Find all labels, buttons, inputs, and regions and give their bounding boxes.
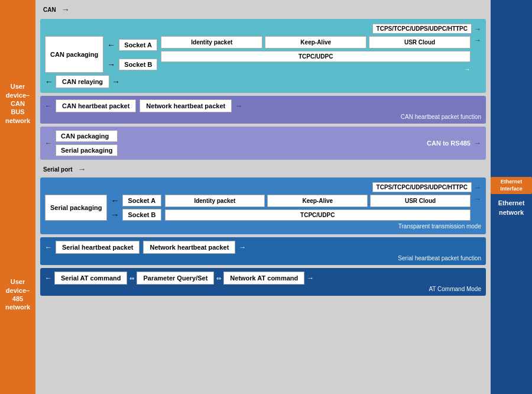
serial-packaging-block: Serial packaging bbox=[45, 195, 107, 221]
right-sidebar: Ethernet Interface Ethernetnetwork bbox=[491, 0, 532, 394]
rs485-serial-packaging: Serial packaging bbox=[56, 144, 118, 156]
can-tcpc-udpc: TCPC/UDPC bbox=[161, 51, 471, 62]
left-sidebar: User device– CAN BUS network User device… bbox=[0, 0, 35, 394]
can-network-heartbeat-packet: Network heartbeat packet bbox=[140, 99, 232, 112]
can-protocol-top: TCPS/TCPC/UDPS/UDPC/HTTPC bbox=[372, 24, 472, 34]
user-device-can-label: User device– CAN BUS network bbox=[3, 82, 33, 124]
can-transparent-section: TCPS/TCPC/UDPS/UDPC/HTTPC → CAN packagin… bbox=[40, 19, 486, 93]
serial-main-row: Serial packaging ← → Socket A Socket B I… bbox=[45, 195, 481, 221]
serial-network-heartbeat-packet: Network heartbeat packet bbox=[143, 241, 235, 254]
can-label: CAN bbox=[40, 5, 59, 14]
can-relaying-row: ← CAN relaying → bbox=[45, 75, 481, 88]
serial-heartbeat-section: ← Serial heartbeat packet Network heartb… bbox=[40, 237, 486, 265]
serial-transparent-section: TCPS/TCPC/UDPS/UDPC/HTTPC → Serial packa… bbox=[40, 177, 486, 234]
rs485-inner: ← CAN packaging Serial packaging CAN to … bbox=[45, 130, 481, 156]
can-identity-packet: Identity packet bbox=[161, 36, 262, 49]
rs485-label: CAN to RS485 bbox=[427, 140, 471, 147]
ethernet-network-label: Ethernetnetwork bbox=[498, 199, 525, 217]
serial-socket-a: Socket A bbox=[122, 195, 161, 206]
user-device-serial-label: User device– 485 network bbox=[5, 277, 30, 311]
can-right-protocols: Identity packet Keep-Alive USR Cloud TCP… bbox=[161, 36, 471, 73]
network-at-command: Network AT command bbox=[223, 272, 304, 285]
can-socket-b: Socket B bbox=[119, 59, 157, 70]
serial-transparent-label: Transparent transmission mode bbox=[45, 223, 481, 230]
can-heartbeat-section: ← CAN heartbeat packet Network heartbeat… bbox=[40, 96, 486, 124]
serial-heartbeat-function-label: Serial heartbeat packet function bbox=[45, 255, 481, 261]
can-keep-alive: Keep-Alive bbox=[265, 36, 366, 49]
can-heartbeat-packet: CAN heartbeat packet bbox=[56, 99, 136, 112]
can-socket-a: Socket A bbox=[119, 39, 157, 51]
main-diagram: CAN → TCPS/TCPC/UDPS/UDPC/HTTPC → CAN pa… bbox=[35, 0, 491, 394]
serial-protocol-top: TCPS/TCPC/UDPS/UDPC/HTTPC bbox=[372, 182, 472, 192]
at-command-label: AT Command Mode bbox=[45, 286, 481, 292]
can-identity-row: Identity packet Keep-Alive USR Cloud bbox=[161, 36, 471, 49]
can-sockets: Socket A Socket B bbox=[119, 36, 157, 73]
at-command-section: ← Serial AT command ⇔ Parameter Query/Se… bbox=[40, 268, 486, 296]
serial-tcpc-udpc: TCPC/UDPC bbox=[165, 209, 471, 221]
can-top-area: TCPS/TCPC/UDPS/UDPC/HTTPC → CAN packagin… bbox=[40, 19, 486, 160]
serial-keep-alive: Keep-Alive bbox=[267, 195, 368, 207]
serial-identity-packet: Identity packet bbox=[165, 195, 265, 207]
serial-sockets: Socket A Socket B bbox=[122, 195, 161, 221]
serial-usr-cloud: USR Cloud bbox=[370, 195, 471, 207]
rs485-blocks: CAN packaging Serial packaging bbox=[56, 130, 118, 156]
can-main-row: CAN packaging ← → Socket A Socket B Iden… bbox=[45, 36, 481, 73]
ethernet-interface-label: Ethernet Interface bbox=[491, 177, 532, 194]
serial-heartbeat-inner: ← Serial heartbeat packet Network heartb… bbox=[45, 241, 481, 254]
serial-identity-row: Identity packet Keep-Alive USR Cloud bbox=[165, 195, 471, 207]
serial-at-command: Serial AT command bbox=[54, 272, 127, 285]
at-command-inner: ← Serial AT command ⇔ Parameter Query/Se… bbox=[45, 272, 481, 285]
can-relaying-block: CAN relaying bbox=[56, 75, 109, 88]
rs485-can-packaging: CAN packaging bbox=[56, 130, 118, 142]
can-packaging-block: CAN packaging bbox=[45, 36, 103, 73]
rs485-section: ← CAN packaging Serial packaging CAN to … bbox=[40, 127, 486, 160]
serial-socket-b: Socket B bbox=[122, 209, 161, 221]
serial-bottom-area: TCPS/TCPC/UDPS/UDPC/HTTPC → Serial packa… bbox=[40, 177, 486, 296]
can-usr-cloud: USR Cloud bbox=[369, 36, 471, 49]
serial-port-label: Serial port bbox=[40, 165, 75, 174]
can-heartbeat-function-label: CAN heartbeat packet function bbox=[45, 114, 481, 120]
param-query-set: Parameter Query/Set bbox=[137, 272, 214, 285]
can-heartbeat-inner: ← CAN heartbeat packet Network heartbeat… bbox=[45, 99, 481, 112]
serial-heartbeat-packet: Serial heartbeat packet bbox=[56, 241, 140, 254]
serial-right-protocols: Identity packet Keep-Alive USR Cloud TCP… bbox=[165, 195, 471, 221]
